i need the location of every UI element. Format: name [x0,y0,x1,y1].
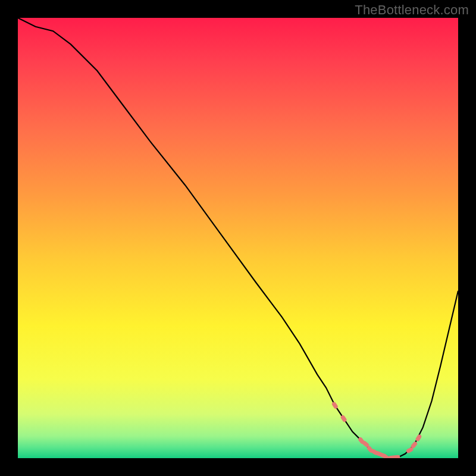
chart-container: TheBottleneck.com [0,0,476,476]
plot-background [18,18,458,458]
plot-svg [18,18,458,458]
watermark-text: TheBottleneck.com [355,2,469,18]
plot-area [18,18,458,458]
